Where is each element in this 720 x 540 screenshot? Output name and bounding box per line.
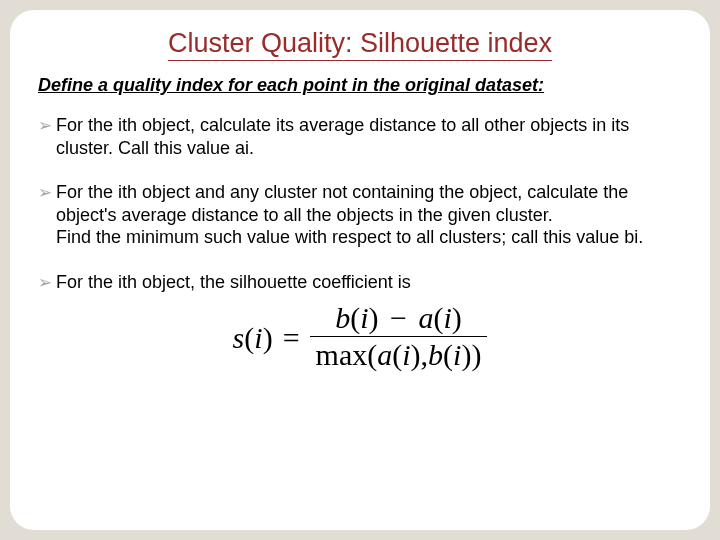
- formula-area: s(i) = b(i) − a(i) max(a(i),b(i)): [38, 303, 682, 372]
- minus-sign: −: [390, 301, 407, 334]
- title-wrap: Cluster Quality: Silhouette index: [38, 28, 682, 67]
- formula-arg: i: [443, 301, 451, 334]
- formula-var: a: [418, 301, 433, 334]
- chevron-right-icon: ➢: [38, 272, 52, 293]
- bullet-text: For the ith object and any cluster not c…: [56, 181, 682, 249]
- numerator: b(i) − a(i): [329, 303, 468, 335]
- fraction-bar: [310, 336, 488, 337]
- max-func: max: [316, 338, 368, 371]
- denominator: max(a(i),b(i)): [310, 340, 488, 372]
- formula-var: a: [377, 338, 392, 371]
- fraction: b(i) − a(i) max(a(i),b(i)): [310, 303, 488, 372]
- bullet-text: For the ith object, calculate its averag…: [56, 114, 682, 159]
- formula-arg: i: [360, 301, 368, 334]
- formula-var: b: [335, 301, 350, 334]
- slide-title: Cluster Quality: Silhouette index: [168, 28, 552, 61]
- bullet-text: For the ith object, the silhouette coeff…: [56, 271, 682, 294]
- formula-var: b: [428, 338, 443, 371]
- formula-var: s: [233, 321, 245, 354]
- formula-arg: i: [402, 338, 410, 371]
- slide-subheading: Define a quality index for each point in…: [38, 75, 682, 96]
- chevron-right-icon: ➢: [38, 115, 52, 136]
- slide: Cluster Quality: Silhouette index Define…: [10, 10, 710, 530]
- chevron-right-icon: ➢: [38, 182, 52, 203]
- bullet-item: ➢ For the ith object, the silhouette coe…: [38, 271, 682, 294]
- bullet-item: ➢ For the ith object, calculate its aver…: [38, 114, 682, 159]
- silhouette-formula: s(i) = b(i) − a(i) max(a(i),b(i)): [233, 303, 488, 372]
- equals-sign: =: [283, 323, 300, 353]
- bullet-item: ➢ For the ith object and any cluster not…: [38, 181, 682, 249]
- formula-arg: i: [254, 321, 262, 354]
